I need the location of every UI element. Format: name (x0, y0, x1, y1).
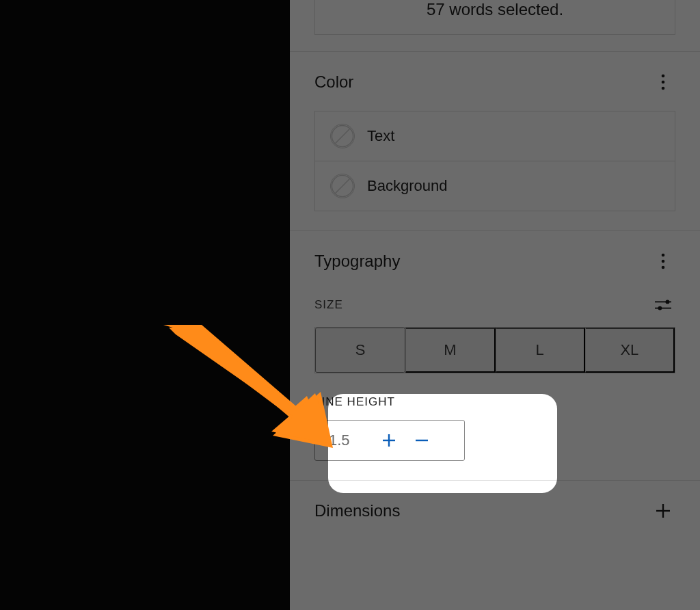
selection-text: 57 words selected. (329, 0, 661, 19)
no-color-icon (330, 174, 355, 198)
typography-title: Typography (314, 252, 400, 271)
no-color-icon (330, 124, 355, 148)
plus-icon (382, 434, 396, 447)
svg-point-8 (662, 260, 665, 263)
typography-header: Typography (314, 248, 675, 275)
svg-point-2 (662, 87, 665, 90)
color-background-label: Background (367, 177, 447, 195)
svg-line-4 (336, 129, 350, 144)
color-options-button[interactable] (651, 70, 675, 94)
svg-line-6 (336, 179, 350, 194)
more-vertical-icon (661, 253, 665, 269)
line-height-label: LINE HEIGHT (314, 395, 675, 409)
line-height-input[interactable] (315, 432, 373, 449)
line-height-stepper (314, 420, 465, 461)
line-height-block: LINE HEIGHT (314, 395, 675, 461)
typography-options-button[interactable] (651, 249, 675, 274)
svg-point-9 (662, 266, 665, 269)
line-height-decrease-button[interactable] (405, 421, 438, 460)
size-option-l[interactable]: L (496, 328, 585, 373)
size-option-m[interactable]: M (405, 328, 495, 373)
size-option-s[interactable]: S (315, 328, 405, 373)
color-text-row[interactable]: Text (315, 111, 675, 161)
color-list: Text Background (314, 111, 675, 211)
selection-section: 57 words selected. (290, 0, 700, 51)
dimensions-header: Dimensions (314, 497, 675, 525)
size-segmented: S M L XL (314, 327, 675, 373)
line-height-increase-button[interactable] (373, 421, 405, 460)
plus-icon (656, 503, 671, 518)
dimensions-section: Dimensions (290, 480, 700, 544)
minus-icon (415, 434, 429, 447)
typography-section: Typography SIZE S M (290, 230, 700, 480)
color-background-row[interactable]: Background (315, 161, 675, 211)
size-label: SIZE (314, 298, 343, 312)
svg-point-13 (658, 306, 662, 310)
svg-point-0 (662, 75, 665, 78)
color-header: Color (314, 68, 675, 96)
color-section: Color Text Background (290, 51, 700, 230)
size-row: SIZE (314, 293, 675, 317)
selection-box: 57 words selected. (314, 0, 675, 35)
svg-point-1 (662, 81, 665, 84)
svg-point-7 (662, 254, 665, 257)
dimensions-title: Dimensions (314, 501, 400, 520)
svg-point-11 (666, 300, 670, 304)
size-custom-button[interactable] (651, 293, 675, 317)
stage: 57 words selected. Color Text (0, 0, 700, 610)
more-vertical-icon (661, 74, 665, 90)
sliders-icon (655, 298, 671, 312)
color-text-label: Text (367, 127, 394, 145)
dimensions-add-button[interactable] (651, 499, 675, 523)
size-option-xl[interactable]: XL (585, 328, 675, 373)
color-title: Color (314, 72, 353, 92)
settings-panel: 57 words selected. Color Text (290, 0, 700, 610)
